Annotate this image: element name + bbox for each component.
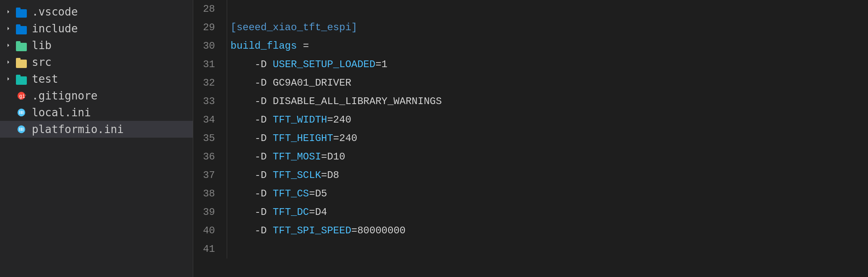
line-content: -D TFT_SCLK=D8 [227,166,339,185]
line-number: 30 [193,37,227,55]
code-token: build_flags [231,40,297,52]
code-token: =240 [327,114,351,125]
svg-text:git: git [19,93,26,99]
sidebar-item-test[interactable]: test [0,71,193,87]
line-number: 31 [193,55,227,74]
ini-file-icon [15,123,28,136]
gitignore-icon: git [15,89,28,102]
chevron-icon [3,74,13,84]
sidebar-item-label: lib [32,39,52,52]
code-line: 41 [193,240,868,259]
ini-file-icon [15,106,28,119]
line-content: -D DISABLE_ALL_LIBRARY_WARNINGS [227,92,442,111]
code-line: 37 -D TFT_SCLK=D8 [193,166,868,185]
sidebar-item-platformio-ini[interactable]: platformio.ini [0,121,193,138]
line-content: [seeed_xiao_tft_espi] [227,18,357,37]
code-token: -D [231,206,273,218]
line-number: 39 [193,203,227,222]
code-token: TFT_SPI_SPEED [273,225,351,236]
folder-icon [15,73,28,85]
sidebar-item-lib[interactable]: lib [0,37,193,54]
code-token: = [297,40,309,52]
sidebar-item-label: include [32,22,78,35]
code-line: 39 -D TFT_DC=D4 [193,203,868,222]
line-content: -D TFT_MOSI=D10 [227,148,345,166]
line-content: -D TFT_WIDTH=240 [227,111,351,129]
line-content: build_flags = [227,37,309,55]
code-token: TFT_DC [273,206,309,218]
code-line: 38 -D TFT_CS=D5 [193,185,868,203]
sidebar-item-src[interactable]: src [0,54,193,71]
code-token: -D [231,151,273,162]
folder-icon [15,56,28,68]
code-line: 31 -D USER_SETUP_LOADED=1 [193,55,868,74]
sidebar-item-label: test [32,73,58,85]
chevron-icon [3,107,13,118]
code-line: 28 [193,0,868,18]
line-number: 41 [193,240,227,259]
line-number: 38 [193,185,227,203]
code-line: 34 -D TFT_WIDTH=240 [193,111,868,129]
code-token: =D4 [309,206,327,218]
code-token: -D [231,133,273,144]
sidebar-item-label: .vscode [32,5,78,18]
code-token: =D5 [309,188,327,199]
sidebar-item-label: platformio.ini [32,123,124,136]
chevron-icon [3,24,13,34]
code-token: -D [231,59,273,70]
line-content: -D USER_SETUP_LOADED=1 [227,55,387,74]
folder-icon [15,39,28,52]
code-line: 30build_flags = [193,37,868,55]
code-line: 40 -D TFT_SPI_SPEED=80000000 [193,222,868,240]
folder-icon [15,5,28,18]
code-token: -D [231,225,273,236]
line-number: 33 [193,92,227,111]
sidebar: .vscodeincludelibsrctestgit.gitignoreloc… [0,0,193,277]
code-line: 32 -D GC9A01_DRIVER [193,74,868,92]
code-token: =240 [333,133,358,144]
code-token: TFT_CS [273,188,309,199]
chevron-icon [3,57,13,67]
line-number: 28 [193,0,227,18]
line-number: 37 [193,166,227,185]
code-token: =D10 [321,151,345,162]
sidebar-item-local-ini[interactable]: local.ini [0,104,193,121]
folder-icon [15,22,28,35]
line-content: -D TFT_CS=D5 [227,185,327,203]
line-number: 40 [193,222,227,240]
line-number: 32 [193,74,227,92]
line-number: 29 [193,18,227,37]
code-token: -D DISABLE_ALL_LIBRARY_WARNINGS [231,96,442,107]
code-line: 29[seeed_xiao_tft_espi] [193,18,868,37]
sidebar-item-label: src [32,56,52,68]
code-token: =80000000 [351,225,406,236]
code-line: 36 -D TFT_MOSI=D10 [193,148,868,166]
code-token: TFT_HEIGHT [273,133,333,144]
code-token: TFT_WIDTH [273,114,327,125]
line-number: 35 [193,129,227,148]
code-token: =D8 [321,170,339,181]
code-token: -D GC9A01_DRIVER [231,77,351,89]
code-token: TFT_MOSI [273,151,321,162]
code-token: USER_SETUP_LOADED [273,59,376,70]
line-content: -D TFT_SPI_SPEED=80000000 [227,222,406,240]
code-token: [seeed_xiao_tft_espi] [231,22,357,33]
editor-area: 2829[seeed_xiao_tft_espi]30build_flags =… [193,0,868,277]
chevron-icon [3,124,13,134]
code-content: 2829[seeed_xiao_tft_espi]30build_flags =… [193,0,868,259]
code-line: 33 -D DISABLE_ALL_LIBRARY_WARNINGS [193,92,868,111]
sidebar-item-vscode[interactable]: .vscode [0,3,193,20]
code-line: 35 -D TFT_HEIGHT=240 [193,129,868,148]
gutter-line [227,0,227,18]
code-token: -D [231,114,273,125]
sidebar-item-include[interactable]: include [0,20,193,37]
code-token: =1 [376,59,388,70]
code-token: TFT_SCLK [273,170,321,181]
gutter-line [227,240,227,259]
line-number: 36 [193,148,227,166]
line-content: -D TFT_HEIGHT=240 [227,129,357,148]
sidebar-item-gitignore[interactable]: git.gitignore [0,87,193,104]
sidebar-item-label: local.ini [32,106,91,119]
line-content: -D GC9A01_DRIVER [227,74,351,92]
chevron-icon [3,40,13,50]
